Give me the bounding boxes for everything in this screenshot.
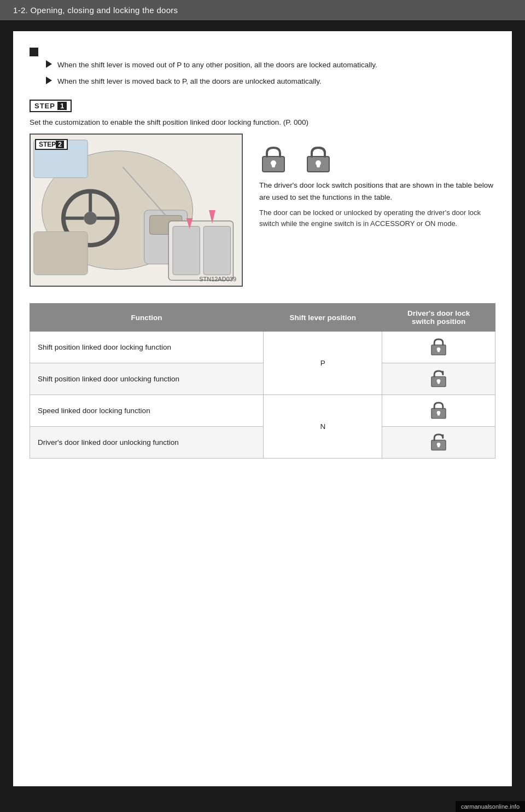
svg-rect-29 [438, 381, 440, 384]
diagram-code: STN12AD039 [199, 276, 236, 282]
step1-number: 1 [57, 102, 67, 110]
svg-rect-25 [438, 349, 440, 352]
table-cell-icon-1 [382, 332, 495, 363]
svg-point-3 [84, 212, 97, 225]
car-interior-svg [31, 135, 242, 286]
unlocked-icon-large [304, 144, 332, 173]
image-description: The driver's door lock switch positions … [259, 134, 495, 229]
table-header-switch: Driver's door lockswitch position [382, 304, 495, 332]
svg-rect-36 [438, 444, 440, 447]
locked-icon-row1 [429, 337, 448, 356]
sub-item-1: When the shift lever is moved out of P t… [46, 60, 495, 71]
table-cell-icon-4 [382, 427, 495, 459]
unlocked-icon-row2 [429, 369, 448, 387]
step1-badge: STEP 1 [30, 100, 72, 112]
header-title: 1-2. Opening, closing and locking the do… [13, 5, 178, 15]
table-cell-shift-3: N [264, 395, 382, 459]
step2-label-inner: STEP [39, 141, 56, 148]
step1-description: Set the customization to enable the shif… [30, 117, 495, 129]
triangle-icon-2 [46, 77, 52, 84]
triangle-icon-1 [46, 60, 52, 68]
section-heading [30, 48, 495, 56]
svg-rect-15 [34, 232, 88, 275]
locked-icon-large [259, 144, 288, 173]
step2-num-inner: 2 [56, 141, 64, 148]
note-text: The door can be locked or unlocked by op… [259, 207, 495, 229]
table-cell-function-4: Driver's door linked door unlocking func… [30, 427, 264, 459]
table-cell-function-1: Shift position linked door locking funct… [30, 332, 264, 363]
lock-icons-row [259, 144, 495, 173]
svg-rect-32 [438, 413, 440, 415]
locked-icon-row3 [429, 401, 448, 419]
image-right-description: The driver's door lock switch positions … [259, 179, 495, 203]
table-cell-icon-2 [382, 363, 495, 395]
table-header-shift: Shift lever position [264, 304, 382, 332]
footer-watermark: carmanualsonline.info [456, 801, 525, 812]
table-row-1: Shift position linked door locking funct… [30, 332, 495, 363]
table-cell-function-3: Speed linked door locking function [30, 395, 264, 427]
table-cell-function-2: Shift position linked door unlocking fun… [30, 363, 264, 395]
table-row-4: Driver's door linked door unlocking func… [30, 427, 495, 459]
section-icon [30, 48, 38, 56]
image-container: STEP 2 [30, 134, 495, 287]
svg-rect-10 [173, 227, 200, 275]
sub-item-2: When the shift lever is moved back to P,… [46, 76, 495, 87]
step2-badge-inner: STEP 2 [35, 139, 68, 150]
svg-rect-11 [203, 227, 230, 275]
table-row-3: Speed linked door locking function N [30, 395, 495, 427]
car-diagram: STEP 2 [30, 134, 243, 287]
main-content: When the shift lever is moved out of P t… [13, 31, 512, 786]
function-table: Function Shift lever position Driver's d… [30, 303, 495, 459]
unlocked-icon-row4 [429, 432, 448, 451]
table-cell-shift-1: P [264, 332, 382, 395]
step1-label: STEP [34, 102, 55, 110]
header-bar: 1-2. Opening, closing and locking the do… [0, 0, 525, 20]
svg-rect-22 [317, 163, 320, 167]
sub-text-1: When the shift lever is moved out of P t… [57, 60, 377, 71]
svg-rect-19 [272, 163, 275, 167]
table-cell-icon-3 [382, 395, 495, 427]
table-row-2: Shift position linked door unlocking fun… [30, 363, 495, 395]
sub-text-2: When the shift lever is moved back to P,… [57, 76, 322, 87]
table-header-function: Function [30, 304, 264, 332]
